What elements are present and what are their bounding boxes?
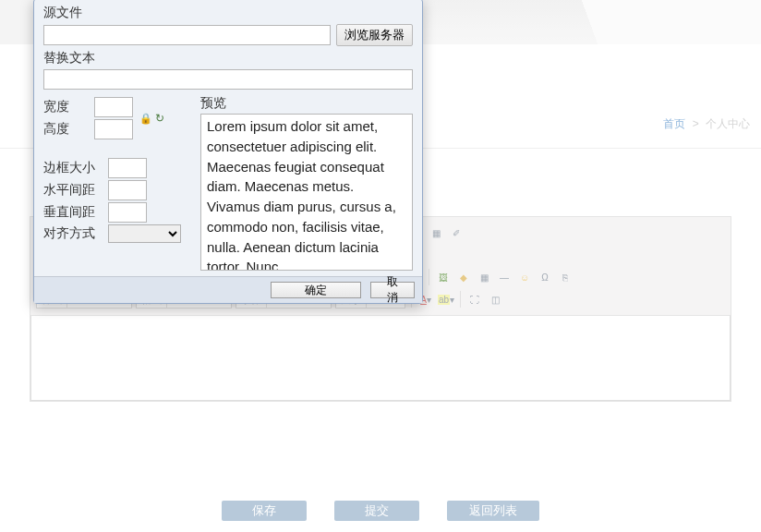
breadcrumb-home[interactable]: 首页 xyxy=(663,117,685,130)
lock-ratio-icon[interactable]: 🔒 xyxy=(139,113,152,125)
save-button[interactable]: 保存 xyxy=(222,501,307,521)
vspace-label: 垂直间距 xyxy=(43,204,108,221)
hr-icon[interactable]: — xyxy=(496,269,513,285)
submit-button[interactable]: 提交 xyxy=(334,501,419,521)
image-icon[interactable]: 🖼 xyxy=(435,269,452,285)
page-break-icon[interactable]: ⎘ xyxy=(557,269,574,285)
special-char-icon[interactable]: Ω xyxy=(537,269,553,285)
browse-server-button[interactable]: 浏览服务器 xyxy=(336,24,413,46)
dialog-footer: 确定 取消 xyxy=(34,276,422,303)
back-button[interactable]: 返回列表 xyxy=(447,501,539,521)
align-select[interactable] xyxy=(108,224,181,243)
preview-column: 预览 Lorem ipsum dolor sit amet, consectet… xyxy=(200,95,413,271)
editor-content-area[interactable] xyxy=(30,316,731,401)
border-label: 边框大小 xyxy=(43,160,108,176)
border-input[interactable] xyxy=(108,158,147,178)
preview-box[interactable]: Lorem ipsum dolor sit amet, consectetuer… xyxy=(200,114,413,271)
breadcrumb: 首页 > 个人中心 xyxy=(663,116,750,132)
remove-format-icon[interactable]: ✐ xyxy=(448,224,465,241)
height-label: 高度 xyxy=(43,121,94,138)
source-label: 源文件 xyxy=(43,5,413,21)
source-input[interactable] xyxy=(43,25,331,45)
alt-text-input[interactable] xyxy=(43,69,413,90)
width-input[interactable] xyxy=(94,97,133,117)
bg-color-icon[interactable]: ab▾ xyxy=(438,291,454,308)
hspace-input[interactable] xyxy=(108,180,147,200)
breadcrumb-sep: > xyxy=(693,117,699,130)
hspace-label: 水平间距 xyxy=(43,182,108,199)
page-actions: 保存 提交 返回列表 xyxy=(0,501,761,521)
smiley-icon[interactable]: ☺ xyxy=(516,269,533,285)
reset-size-icon[interactable]: ↻ xyxy=(155,112,164,125)
cancel-button[interactable]: 取消 xyxy=(370,282,415,298)
maximize-icon[interactable]: ⛶ xyxy=(466,291,483,308)
ok-button[interactable]: 确定 xyxy=(271,282,361,298)
select-all-icon[interactable]: ▦ xyxy=(428,224,444,241)
vspace-input[interactable] xyxy=(108,202,147,223)
table-icon[interactable]: ▦ xyxy=(476,269,492,285)
alt-text-label: 替换文本 xyxy=(43,50,413,66)
dimensions-column: 宽度 高度 🔒 ↻ 边框大小 xyxy=(43,95,191,271)
image-properties-dialog: 源文件 浏览服务器 替换文本 宽度 高度 xyxy=(33,0,423,304)
breadcrumb-current: 个人中心 xyxy=(706,117,750,130)
align-label: 对齐方式 xyxy=(43,225,108,242)
preview-label: 预览 xyxy=(200,95,413,112)
show-blocks-icon[interactable]: ◫ xyxy=(487,291,503,308)
width-label: 宽度 xyxy=(43,99,94,115)
flash-icon[interactable]: ◆ xyxy=(455,269,472,285)
height-input[interactable] xyxy=(94,119,133,139)
